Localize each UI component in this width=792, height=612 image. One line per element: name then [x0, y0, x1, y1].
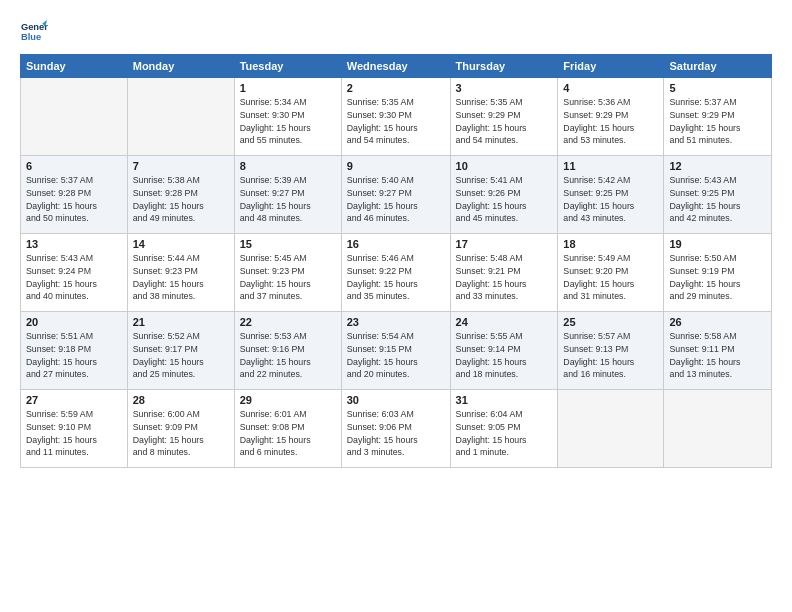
calendar-cell: 9Sunrise: 5:40 AM Sunset: 9:27 PM Daylig… — [341, 156, 450, 234]
day-info: Sunrise: 5:36 AM Sunset: 9:29 PM Dayligh… — [563, 96, 658, 147]
calendar: SundayMondayTuesdayWednesdayThursdayFrid… — [20, 54, 772, 468]
day-number: 9 — [347, 160, 445, 172]
day-number: 6 — [26, 160, 122, 172]
calendar-cell: 11Sunrise: 5:42 AM Sunset: 9:25 PM Dayli… — [558, 156, 664, 234]
calendar-cell: 28Sunrise: 6:00 AM Sunset: 9:09 PM Dayli… — [127, 390, 234, 468]
day-info: Sunrise: 6:01 AM Sunset: 9:08 PM Dayligh… — [240, 408, 336, 459]
day-info: Sunrise: 5:51 AM Sunset: 9:18 PM Dayligh… — [26, 330, 122, 381]
day-number: 28 — [133, 394, 229, 406]
calendar-cell: 22Sunrise: 5:53 AM Sunset: 9:16 PM Dayli… — [234, 312, 341, 390]
calendar-cell: 8Sunrise: 5:39 AM Sunset: 9:27 PM Daylig… — [234, 156, 341, 234]
day-number: 16 — [347, 238, 445, 250]
calendar-cell: 26Sunrise: 5:58 AM Sunset: 9:11 PM Dayli… — [664, 312, 772, 390]
calendar-cell: 16Sunrise: 5:46 AM Sunset: 9:22 PM Dayli… — [341, 234, 450, 312]
day-info: Sunrise: 5:44 AM Sunset: 9:23 PM Dayligh… — [133, 252, 229, 303]
day-info: Sunrise: 5:54 AM Sunset: 9:15 PM Dayligh… — [347, 330, 445, 381]
day-number: 30 — [347, 394, 445, 406]
day-number: 21 — [133, 316, 229, 328]
day-info: Sunrise: 5:52 AM Sunset: 9:17 PM Dayligh… — [133, 330, 229, 381]
weekday-header-tuesday: Tuesday — [234, 55, 341, 78]
page-header: General Blue — [20, 18, 772, 46]
day-info: Sunrise: 6:04 AM Sunset: 9:05 PM Dayligh… — [456, 408, 553, 459]
calendar-cell: 20Sunrise: 5:51 AM Sunset: 9:18 PM Dayli… — [21, 312, 128, 390]
day-info: Sunrise: 5:48 AM Sunset: 9:21 PM Dayligh… — [456, 252, 553, 303]
day-number: 10 — [456, 160, 553, 172]
day-number: 14 — [133, 238, 229, 250]
day-number: 3 — [456, 82, 553, 94]
day-number: 19 — [669, 238, 766, 250]
day-number: 2 — [347, 82, 445, 94]
calendar-cell: 5Sunrise: 5:37 AM Sunset: 9:29 PM Daylig… — [664, 78, 772, 156]
week-row-3: 13Sunrise: 5:43 AM Sunset: 9:24 PM Dayli… — [21, 234, 772, 312]
day-info: Sunrise: 6:03 AM Sunset: 9:06 PM Dayligh… — [347, 408, 445, 459]
logo: General Blue — [20, 18, 52, 46]
weekday-header-friday: Friday — [558, 55, 664, 78]
calendar-cell — [21, 78, 128, 156]
calendar-cell: 27Sunrise: 5:59 AM Sunset: 9:10 PM Dayli… — [21, 390, 128, 468]
logo-icon: General Blue — [20, 18, 48, 46]
weekday-header-monday: Monday — [127, 55, 234, 78]
day-number: 11 — [563, 160, 658, 172]
day-number: 13 — [26, 238, 122, 250]
day-info: Sunrise: 5:37 AM Sunset: 9:28 PM Dayligh… — [26, 174, 122, 225]
day-info: Sunrise: 6:00 AM Sunset: 9:09 PM Dayligh… — [133, 408, 229, 459]
day-info: Sunrise: 5:58 AM Sunset: 9:11 PM Dayligh… — [669, 330, 766, 381]
day-info: Sunrise: 5:57 AM Sunset: 9:13 PM Dayligh… — [563, 330, 658, 381]
weekday-header-row: SundayMondayTuesdayWednesdayThursdayFrid… — [21, 55, 772, 78]
calendar-cell: 10Sunrise: 5:41 AM Sunset: 9:26 PM Dayli… — [450, 156, 558, 234]
calendar-cell — [127, 78, 234, 156]
day-number: 20 — [26, 316, 122, 328]
calendar-cell: 23Sunrise: 5:54 AM Sunset: 9:15 PM Dayli… — [341, 312, 450, 390]
day-info: Sunrise: 5:50 AM Sunset: 9:19 PM Dayligh… — [669, 252, 766, 303]
day-info: Sunrise: 5:35 AM Sunset: 9:29 PM Dayligh… — [456, 96, 553, 147]
weekday-header-sunday: Sunday — [21, 55, 128, 78]
week-row-4: 20Sunrise: 5:51 AM Sunset: 9:18 PM Dayli… — [21, 312, 772, 390]
day-info: Sunrise: 5:38 AM Sunset: 9:28 PM Dayligh… — [133, 174, 229, 225]
day-info: Sunrise: 5:41 AM Sunset: 9:26 PM Dayligh… — [456, 174, 553, 225]
day-number: 26 — [669, 316, 766, 328]
calendar-cell: 1Sunrise: 5:34 AM Sunset: 9:30 PM Daylig… — [234, 78, 341, 156]
day-info: Sunrise: 5:55 AM Sunset: 9:14 PM Dayligh… — [456, 330, 553, 381]
day-number: 8 — [240, 160, 336, 172]
day-info: Sunrise: 5:53 AM Sunset: 9:16 PM Dayligh… — [240, 330, 336, 381]
week-row-1: 1Sunrise: 5:34 AM Sunset: 9:30 PM Daylig… — [21, 78, 772, 156]
calendar-cell: 31Sunrise: 6:04 AM Sunset: 9:05 PM Dayli… — [450, 390, 558, 468]
calendar-cell — [664, 390, 772, 468]
day-number: 24 — [456, 316, 553, 328]
calendar-cell: 30Sunrise: 6:03 AM Sunset: 9:06 PM Dayli… — [341, 390, 450, 468]
day-info: Sunrise: 5:43 AM Sunset: 9:24 PM Dayligh… — [26, 252, 122, 303]
day-info: Sunrise: 5:37 AM Sunset: 9:29 PM Dayligh… — [669, 96, 766, 147]
calendar-cell: 17Sunrise: 5:48 AM Sunset: 9:21 PM Dayli… — [450, 234, 558, 312]
calendar-cell: 2Sunrise: 5:35 AM Sunset: 9:30 PM Daylig… — [341, 78, 450, 156]
calendar-cell: 15Sunrise: 5:45 AM Sunset: 9:23 PM Dayli… — [234, 234, 341, 312]
day-number: 22 — [240, 316, 336, 328]
day-number: 25 — [563, 316, 658, 328]
day-info: Sunrise: 5:45 AM Sunset: 9:23 PM Dayligh… — [240, 252, 336, 303]
calendar-cell: 3Sunrise: 5:35 AM Sunset: 9:29 PM Daylig… — [450, 78, 558, 156]
calendar-cell: 14Sunrise: 5:44 AM Sunset: 9:23 PM Dayli… — [127, 234, 234, 312]
day-number: 4 — [563, 82, 658, 94]
day-info: Sunrise: 5:35 AM Sunset: 9:30 PM Dayligh… — [347, 96, 445, 147]
day-info: Sunrise: 5:43 AM Sunset: 9:25 PM Dayligh… — [669, 174, 766, 225]
day-info: Sunrise: 5:59 AM Sunset: 9:10 PM Dayligh… — [26, 408, 122, 459]
svg-text:Blue: Blue — [21, 32, 41, 42]
day-info: Sunrise: 5:40 AM Sunset: 9:27 PM Dayligh… — [347, 174, 445, 225]
calendar-cell: 19Sunrise: 5:50 AM Sunset: 9:19 PM Dayli… — [664, 234, 772, 312]
day-info: Sunrise: 5:39 AM Sunset: 9:27 PM Dayligh… — [240, 174, 336, 225]
day-number: 15 — [240, 238, 336, 250]
day-info: Sunrise: 5:46 AM Sunset: 9:22 PM Dayligh… — [347, 252, 445, 303]
weekday-header-wednesday: Wednesday — [341, 55, 450, 78]
day-number: 17 — [456, 238, 553, 250]
day-number: 18 — [563, 238, 658, 250]
calendar-cell — [558, 390, 664, 468]
day-number: 7 — [133, 160, 229, 172]
calendar-cell: 13Sunrise: 5:43 AM Sunset: 9:24 PM Dayli… — [21, 234, 128, 312]
calendar-cell: 12Sunrise: 5:43 AM Sunset: 9:25 PM Dayli… — [664, 156, 772, 234]
week-row-5: 27Sunrise: 5:59 AM Sunset: 9:10 PM Dayli… — [21, 390, 772, 468]
day-info: Sunrise: 5:34 AM Sunset: 9:30 PM Dayligh… — [240, 96, 336, 147]
day-info: Sunrise: 5:49 AM Sunset: 9:20 PM Dayligh… — [563, 252, 658, 303]
calendar-cell: 21Sunrise: 5:52 AM Sunset: 9:17 PM Dayli… — [127, 312, 234, 390]
calendar-cell: 18Sunrise: 5:49 AM Sunset: 9:20 PM Dayli… — [558, 234, 664, 312]
day-number: 27 — [26, 394, 122, 406]
calendar-cell: 25Sunrise: 5:57 AM Sunset: 9:13 PM Dayli… — [558, 312, 664, 390]
